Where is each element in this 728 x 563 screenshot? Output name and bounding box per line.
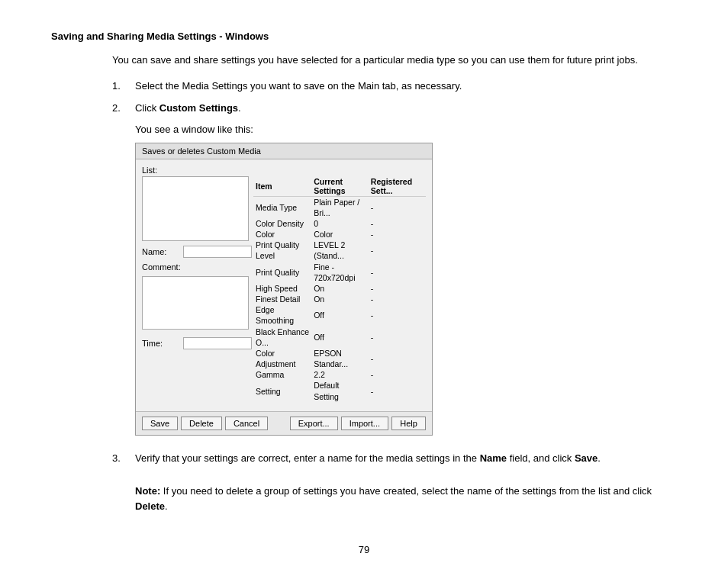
note-block: Note: If you need to delete a group of s… <box>135 484 677 513</box>
dialog-time-input[interactable] <box>183 337 252 349</box>
intro-text: You can save and share settings you have… <box>112 53 677 68</box>
col-header-registered: Registered Sett... <box>369 176 426 197</box>
table-cell: Color <box>253 229 311 240</box>
page-content: Saving and Sharing Media Settings - Wind… <box>51 31 677 555</box>
table-cell: Setting <box>253 380 311 401</box>
table-cell: - <box>369 304 426 326</box>
table-cell: Black Enhance O... <box>253 327 311 348</box>
table-row: Finest DetailOn- <box>253 294 426 304</box>
dialog-layout: Name: Comment: Time: <box>142 176 426 402</box>
dialog-left: Name: Comment: Time: <box>142 176 249 402</box>
table-cell: High Speed <box>253 283 311 294</box>
col-header-current: Current Settings <box>311 176 369 197</box>
save-bold: Save <box>575 452 598 464</box>
table-cell: - <box>369 196 426 218</box>
dialog-wrapper: Saves or deletes Custom Media List: Name… <box>135 143 677 436</box>
table-cell: Plain Paper / Bri... <box>311 196 369 218</box>
table-cell: - <box>369 218 426 229</box>
table-cell: Color Density <box>253 218 311 229</box>
table-cell: - <box>369 380 426 401</box>
step-list: 1. Select the Media Settings you want to… <box>112 79 677 116</box>
table-cell: Color Adjustment <box>253 348 311 369</box>
see-window-text: You see a window like this: <box>135 124 677 135</box>
dialog-name-label: Name: <box>142 247 180 256</box>
table-cell: 2.2 <box>311 369 369 380</box>
step-item-2: 2. Click Custom Settings. <box>112 101 677 116</box>
table-cell: Gamma <box>253 369 311 380</box>
table-cell: - <box>369 348 426 369</box>
table-row: SettingDefault Setting- <box>253 380 426 401</box>
table-cell: On <box>311 294 369 304</box>
step-item-1: 1. Select the Media Settings you want to… <box>112 79 677 94</box>
save-button[interactable]: Save <box>142 417 178 430</box>
note-suffix: . <box>165 500 168 512</box>
step-number-2: 2. <box>112 101 135 116</box>
delete-button[interactable]: Delete <box>181 417 222 430</box>
table-cell: Edge Smoothing <box>253 304 311 326</box>
dialog-list-label: List: <box>142 166 426 175</box>
step-text-1: Select the Media Settings you want to sa… <box>135 79 677 94</box>
dialog-list-box[interactable] <box>142 176 249 241</box>
table-cell: LEVEL 2 (Stand... <box>311 240 369 261</box>
col-header-item: Item <box>253 176 311 197</box>
table-row: Print QualityFine - 720x720dpi- <box>253 262 426 283</box>
dialog-comment-box[interactable] <box>142 276 249 330</box>
dialog-name-input[interactable] <box>183 246 252 258</box>
dialog-body: List: Name: Comment: Time: <box>136 159 432 408</box>
table-cell: Default Setting <box>311 380 369 401</box>
table-cell: Media Type <box>253 196 311 218</box>
table-cell: Off <box>311 327 369 348</box>
step-text-3: Verify that your settings are correct, e… <box>135 451 601 466</box>
table-row: Color Density0- <box>253 218 426 229</box>
help-button[interactable]: Help <box>391 417 426 430</box>
table-cell: EPSON Standar... <box>311 348 369 369</box>
note-text: If you need to delete a group of setting… <box>160 485 652 497</box>
dialog-buttons: Save Delete Cancel Export... Import... H… <box>136 411 432 435</box>
table-cell: Print Quality <box>253 262 311 283</box>
table-cell: - <box>369 229 426 240</box>
table-cell: - <box>369 294 426 304</box>
step-text-2: Click Custom Settings. <box>135 101 677 116</box>
table-row: Print Quality LevelLEVEL 2 (Stand...- <box>253 240 426 261</box>
table-cell: - <box>369 262 426 283</box>
table-cell: Color <box>311 229 369 240</box>
step-item-3: 3. Verify that your settings are correct… <box>112 451 677 477</box>
dialog-title-bar: Saves or deletes Custom Media <box>136 143 432 159</box>
table-row: Black Enhance O...Off- <box>253 327 426 348</box>
table-cell: - <box>369 327 426 348</box>
dialog-time-row: Time: <box>142 337 249 349</box>
section-title: Saving and Sharing Media Settings - Wind… <box>51 31 677 42</box>
table-row: Edge SmoothingOff- <box>253 304 426 326</box>
dialog-table: Item Current Settings Registered Sett...… <box>253 176 426 402</box>
table-cell: Off <box>311 304 369 326</box>
table-cell: Finest Detail <box>253 294 311 304</box>
note-label: Note: <box>135 485 160 497</box>
table-cell: On <box>311 283 369 294</box>
table-row: High SpeedOn- <box>253 283 426 294</box>
table-row: ColorColor- <box>253 229 426 240</box>
page-number: 79 <box>51 544 677 555</box>
table-row: Color AdjustmentEPSON Standar...- <box>253 348 426 369</box>
custom-settings-bold: Custom Settings <box>159 102 238 114</box>
table-row: Media TypePlain Paper / Bri...- <box>253 196 426 218</box>
delete-bold: Delete <box>135 500 165 512</box>
step-number-3: 3. <box>112 451 135 477</box>
export-button[interactable]: Export... <box>290 417 338 430</box>
step-number-1: 1. <box>112 79 135 94</box>
table-cell: - <box>369 283 426 294</box>
dialog-name-row: Name: <box>142 246 249 258</box>
dialog-box: Saves or deletes Custom Media List: Name… <box>135 143 433 436</box>
dialog-time-label: Time: <box>142 339 180 348</box>
table-cell: Print Quality Level <box>253 240 311 261</box>
name-bold: Name <box>480 452 507 464</box>
table-row: Gamma2.2- <box>253 369 426 380</box>
import-button[interactable]: Import... <box>341 417 388 430</box>
cancel-button[interactable]: Cancel <box>225 417 268 430</box>
table-cell: - <box>369 240 426 261</box>
table-cell: Fine - 720x720dpi <box>311 262 369 283</box>
table-cell: - <box>369 369 426 380</box>
table-cell: 0 <box>311 218 369 229</box>
dialog-right: Item Current Settings Registered Sett...… <box>253 176 426 402</box>
dialog-comment-label: Comment: <box>142 262 249 272</box>
